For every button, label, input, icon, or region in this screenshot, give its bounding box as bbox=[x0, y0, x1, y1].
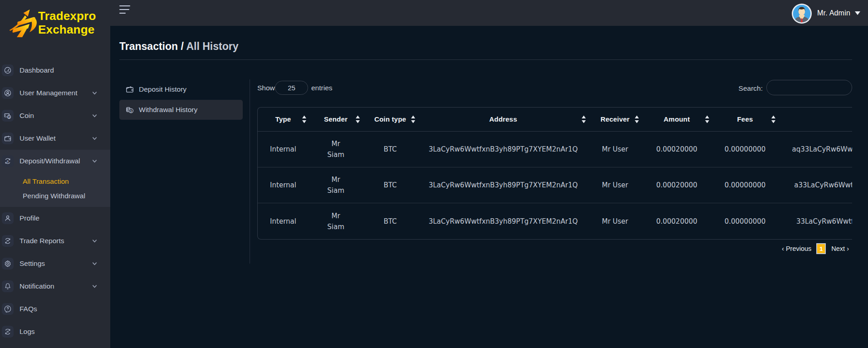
logs-icon bbox=[2, 326, 14, 338]
topbar: Mr. Admin bbox=[110, 0, 868, 26]
pagination-page-1-button[interactable]: 1 bbox=[816, 243, 826, 254]
sidebar-item-coin[interactable]: $ Coin bbox=[0, 104, 110, 127]
sidebar-item-deposit-withdrawal[interactable]: $ Deposit/Withdrawal bbox=[0, 150, 110, 172]
cell-receiver: Mr User bbox=[588, 203, 642, 239]
sort-icon bbox=[411, 115, 415, 123]
sidebar-item-settings[interactable]: Settings bbox=[0, 252, 110, 275]
sidebar-item-notification[interactable]: Notification bbox=[0, 275, 110, 298]
sort-icon bbox=[356, 115, 360, 123]
column-header-transaction-id[interactable] bbox=[778, 107, 852, 132]
breadcrumb-current: All History bbox=[186, 40, 238, 52]
column-header-address[interactable]: Address bbox=[418, 107, 588, 132]
table-row: InternalMr SiamBTC3LaCyRw6WwtfxnB3yh89PT… bbox=[257, 203, 852, 239]
chevron-down-icon bbox=[92, 136, 98, 142]
brand-name-line1: Tradexpro bbox=[38, 9, 96, 23]
chevron-down-icon bbox=[92, 90, 98, 96]
entries-select[interactable]: 25 bbox=[275, 81, 308, 95]
sidebar-item-faqs[interactable]: FAQs bbox=[0, 298, 110, 320]
cell-sender: Mr Siam bbox=[309, 132, 363, 167]
table-row: InternalMr SiamBTC3LaCyRw6WwtfxnB3yh89PT… bbox=[257, 132, 852, 167]
cell-sender: Mr Siam bbox=[309, 203, 363, 239]
pagination-previous-button[interactable]: ‹ Previous bbox=[782, 245, 811, 252]
sort-icon bbox=[705, 115, 709, 123]
cell-fees: 0.00000000 bbox=[712, 203, 778, 239]
column-header-fees[interactable]: Fees bbox=[712, 107, 778, 132]
search-input[interactable] bbox=[766, 80, 852, 95]
sort-icon bbox=[302, 115, 306, 123]
main-content: Transaction / All History Deposit Histor… bbox=[110, 26, 868, 348]
transactions-table: Type Sender Coin type Address Receiver A… bbox=[257, 107, 852, 239]
chevron-down-icon bbox=[92, 261, 98, 267]
breadcrumb-section: Transaction / bbox=[119, 40, 184, 52]
cell-receiver: Mr User bbox=[588, 132, 642, 167]
cell-transaction-id: 33LaCyRw6WwtfxnB3yh89PTg7XYEM2nAr1Q bbox=[778, 203, 852, 239]
hamburger-menu-icon[interactable] bbox=[119, 5, 130, 15]
cell-type: Internal bbox=[257, 132, 309, 167]
tab-withdrawal-history[interactable]: $ Withdrawal History bbox=[119, 100, 243, 120]
cell-type: Internal bbox=[257, 167, 309, 203]
column-header-amount[interactable]: Amount bbox=[642, 107, 712, 132]
entries-label: entries bbox=[311, 84, 333, 92]
tab-deposit-history[interactable]: Deposit History bbox=[119, 79, 243, 99]
brand-logo[interactable]: Tradexpro Exchange bbox=[10, 8, 96, 37]
avatar bbox=[792, 4, 812, 24]
sidebar-subitem-pending-withdrawal[interactable]: Pending Withdrawal bbox=[0, 189, 110, 203]
chevron-down-icon bbox=[92, 284, 98, 289]
sidebar-item-user-wallet[interactable]: User Wallet bbox=[0, 127, 110, 150]
sidebar-submenu-deposit-withdrawal: All Transaction Pending Withdrawal bbox=[0, 172, 110, 207]
cell-sender: Mr Siam bbox=[309, 167, 363, 203]
question-icon bbox=[2, 303, 14, 315]
table-header-row: Type Sender Coin type Address Receiver A… bbox=[257, 107, 852, 132]
sidebar-item-user-management[interactable]: User Management bbox=[0, 82, 110, 104]
bell-icon bbox=[2, 280, 14, 292]
cell-type: Internal bbox=[257, 203, 309, 239]
cell-receiver: Mr User bbox=[588, 167, 642, 203]
breadcrumb: Transaction / All History bbox=[119, 40, 238, 53]
cell-coin-type: BTC bbox=[363, 167, 418, 203]
user-circle-icon bbox=[2, 87, 14, 99]
sidebar-subitem-all-transaction[interactable]: All Transaction bbox=[0, 174, 110, 189]
caret-down-icon bbox=[855, 11, 860, 15]
sidebar-item-dashboard[interactable]: Dashboard bbox=[0, 59, 110, 82]
cell-amount: 0.00020000 bbox=[642, 132, 712, 167]
chevron-down-icon bbox=[92, 113, 98, 119]
exchange-icon: $ bbox=[2, 155, 14, 167]
svg-text:$: $ bbox=[7, 160, 9, 163]
sort-icon bbox=[635, 115, 639, 123]
wallet-tab-icon bbox=[126, 85, 134, 93]
sort-icon bbox=[582, 115, 586, 123]
chevron-down-icon bbox=[92, 238, 98, 244]
cell-fees: 0.00000000 bbox=[712, 132, 778, 167]
person-icon bbox=[2, 212, 14, 224]
column-header-sender[interactable]: Sender bbox=[309, 107, 363, 132]
table-controls: Show 25 entries Search: bbox=[257, 79, 852, 98]
cell-transaction-id: aq33LaCyRw6WwtfxnB3yh89PTg7XYEM2nAr1Q bbox=[778, 132, 852, 167]
show-label: Show bbox=[257, 84, 275, 92]
pagination-next-button[interactable]: Next › bbox=[831, 245, 849, 252]
brand-name-line2: Exchange bbox=[38, 23, 96, 36]
title-divider bbox=[119, 59, 852, 60]
cash-coin-icon: $ bbox=[2, 110, 14, 122]
trade-icon bbox=[2, 235, 14, 247]
table-row: InternalMr SiamBTC3LaCyRw6WwtfxnB3yh89PT… bbox=[257, 167, 852, 203]
sidebar-item-trade-reports[interactable]: Trade Reports bbox=[0, 230, 110, 252]
coins-tab-icon: $ bbox=[126, 106, 134, 114]
sidebar: Tradexpro Exchange Dashboard bbox=[0, 0, 110, 348]
column-header-type[interactable]: Type bbox=[257, 107, 309, 132]
brand-logo-icon bbox=[10, 8, 37, 37]
cell-fees: 0.00000000 bbox=[712, 167, 778, 203]
column-header-receiver[interactable]: Receiver bbox=[588, 107, 642, 132]
gear-icon bbox=[2, 258, 14, 270]
sidebar-item-profile[interactable]: Profile bbox=[0, 207, 110, 230]
cell-address: 3LaCyRw6WwtfxnB3yh89PTg7XYEM2nAr1Q bbox=[418, 132, 588, 167]
pagination: ‹ Previous 1 Next › bbox=[782, 242, 849, 255]
column-header-coin-type[interactable]: Coin type bbox=[363, 107, 418, 132]
sidebar-menu: Dashboard User Management bbox=[0, 59, 110, 343]
sort-icon bbox=[771, 115, 775, 123]
cell-address: 3LaCyRw6WwtfxnB3yh89PTg7XYEM2nAr1Q bbox=[418, 203, 588, 239]
user-name: Mr. Admin bbox=[817, 9, 850, 17]
sidebar-item-logs[interactable]: Logs bbox=[0, 320, 110, 343]
user-menu[interactable]: Mr. Admin bbox=[792, 0, 860, 26]
speedometer-icon bbox=[2, 64, 14, 76]
cell-transaction-id: a33LaCyRw6WwtfxnB3yh89PTg7XYEM2nAr1Q bbox=[778, 167, 852, 203]
